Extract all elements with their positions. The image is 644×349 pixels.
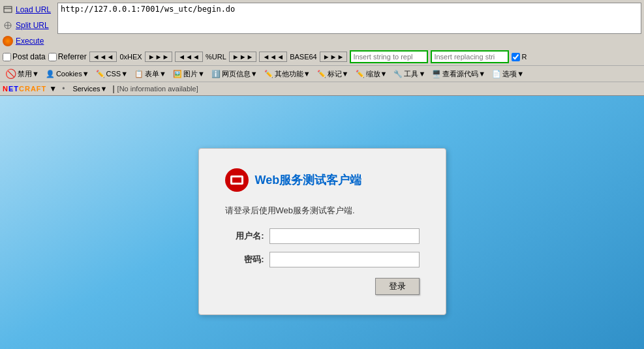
- form-label: 表单▼: [145, 69, 166, 79]
- login-btn-row: 登录: [225, 278, 420, 295]
- referrer-label: Referrer: [58, 52, 87, 61]
- separator: •: [62, 84, 65, 93]
- pageinfo-label: 网页信息▼: [222, 69, 258, 79]
- svg-rect-0: [4, 7, 12, 12]
- load-url-label[interactable]: Load URL: [16, 5, 51, 14]
- reg-checkbox[interactable]: [512, 53, 520, 61]
- info-icon: ℹ️: [211, 70, 221, 78]
- main-content: Web服务测试客户端 请登录后使用Web服务测试客户端. 用户名: 密码: 登录: [0, 96, 644, 315]
- execute-row[interactable]: Execute: [3, 34, 55, 48]
- url-right-btn[interactable]: ►►►: [229, 52, 257, 62]
- base64-label: BASE64: [290, 53, 317, 61]
- url-left-btn[interactable]: ◄◄◄: [175, 52, 203, 62]
- cookies-btn[interactable]: 👤 Cookies▼: [43, 68, 92, 80]
- referrer-checkbox[interactable]: [48, 53, 57, 61]
- image-label: 图片▼: [183, 69, 205, 79]
- url-encode-label: %URL: [206, 53, 226, 61]
- form-btn[interactable]: 📋 表单▼: [132, 68, 169, 80]
- execute-icon: [3, 36, 13, 46]
- login-card: Web服务测试客户端 请登录后使用Web服务测试客户端. 用户名: 密码: 登录: [198, 148, 446, 315]
- split-url-row[interactable]: Split URL: [3, 18, 55, 33]
- zoom-icon: ✏️: [356, 70, 365, 78]
- login-button[interactable]: 登录: [375, 278, 420, 295]
- cookies-icon: 👤: [46, 70, 55, 78]
- hex-label: 0xHEX: [119, 53, 142, 61]
- services-btn[interactable]: Services▼: [70, 83, 110, 94]
- tools-label: 工具▼: [404, 69, 425, 79]
- bookmarks-toolbar: 🚫 禁用▼ 👤 Cookies▼ ✏️ CSS▼ 📋 表单▼ 🖼️ 图片▼ ℹ️…: [0, 65, 644, 82]
- mark-btn[interactable]: ✏️ 标记▼: [314, 68, 352, 80]
- password-input[interactable]: [269, 252, 420, 267]
- hex-left-btn[interactable]: ◄◄◄: [89, 52, 117, 62]
- no-info-text: [No information available]: [117, 85, 198, 93]
- insert-replacing-input[interactable]: [431, 50, 509, 63]
- post-data-group: Post data: [3, 52, 46, 61]
- load-url-row[interactable]: Load URL: [3, 3, 55, 17]
- hex-right-btn[interactable]: ►►►: [145, 52, 173, 62]
- source-label: 查看源代码▼: [442, 69, 485, 79]
- reg-label: R: [521, 53, 527, 61]
- options-label: 选项▼: [502, 69, 524, 79]
- login-description: 请登录后使用Web服务测试客户端.: [225, 205, 420, 217]
- image-btn[interactable]: 🖼️ 图片▼: [170, 68, 207, 80]
- app-title: Web服务测试客户端: [255, 172, 362, 188]
- login-header: Web服务测试客户端: [225, 168, 420, 192]
- execute-label[interactable]: Execute: [16, 37, 44, 46]
- app-logo: [225, 168, 249, 192]
- css-btn[interactable]: ✏️ CSS▼: [93, 68, 131, 80]
- url-area: http://127.0.0.1:7001/ws_utc/begin.do: [57, 3, 641, 34]
- password-row: 密码:: [225, 252, 420, 267]
- username-input[interactable]: [269, 228, 420, 244]
- image-icon: 🖼️: [173, 70, 182, 78]
- post-data-label: Post data: [12, 52, 46, 61]
- url-input[interactable]: http://127.0.0.1:7001/ws_utc/begin.do: [57, 3, 641, 34]
- css-icon: ✏️: [96, 70, 105, 78]
- base64-right-btn[interactable]: ►►►: [320, 52, 348, 62]
- toolbar-container: Load URL Split URL Execute: [0, 0, 644, 96]
- tools-icon: 🔧: [393, 70, 403, 78]
- pageinfo-btn[interactable]: ℹ️ 网页信息▼: [209, 68, 260, 80]
- disable-label: 禁用▼: [18, 69, 39, 79]
- options-btn[interactable]: 📄 选项▼: [489, 68, 527, 80]
- zoom-label: 缩放▼: [366, 69, 388, 79]
- reg-group: R: [512, 53, 527, 61]
- load-icon: [3, 5, 13, 15]
- options-icon: 📄: [492, 70, 501, 78]
- other-btn[interactable]: ✏️ 其他功能▼: [262, 68, 313, 80]
- form-icon: 📋: [134, 70, 144, 78]
- username-label: 用户名:: [225, 230, 264, 242]
- cookies-label: Cookies▼: [56, 70, 89, 78]
- username-row: 用户名:: [225, 228, 420, 244]
- mark-label: 标记▼: [328, 69, 349, 79]
- toolbar-row1: Load URL Split URL Execute: [0, 0, 644, 48]
- source-icon: 🖥️: [432, 70, 441, 78]
- split-icon: [3, 20, 13, 31]
- disable-icon: 🚫: [5, 68, 16, 79]
- toolbar-labels: Load URL Split URL Execute: [3, 3, 55, 48]
- password-label: 密码:: [225, 254, 264, 266]
- toolbar-row2: Post data Referrer ◄◄◄ 0xHEX ►►► ◄◄◄ %UR…: [0, 48, 644, 65]
- post-data-checkbox[interactable]: [3, 53, 11, 61]
- other-icon: ✏️: [264, 70, 273, 78]
- css-label: CSS▼: [106, 70, 129, 78]
- netcraft-toolbar: NETCRAFT ▼ • Services▼ | [No information…: [0, 82, 644, 95]
- insert-string-input[interactable]: [350, 50, 428, 63]
- referrer-group: Referrer: [48, 52, 87, 61]
- zoom-btn[interactable]: ✏️ 缩放▼: [353, 68, 390, 80]
- disable-btn[interactable]: 🚫 禁用▼: [3, 67, 42, 80]
- mark-icon: ✏️: [317, 70, 326, 78]
- netcraft-logo: NETCRAFT: [3, 85, 46, 93]
- base64-left-btn[interactable]: ◄◄◄: [259, 52, 287, 62]
- source-btn[interactable]: 🖥️ 查看源代码▼: [429, 68, 488, 80]
- other-label: 其他功能▼: [275, 69, 311, 79]
- tools-btn[interactable]: 🔧 工具▼: [391, 68, 428, 80]
- split-url-label[interactable]: Split URL: [16, 21, 49, 30]
